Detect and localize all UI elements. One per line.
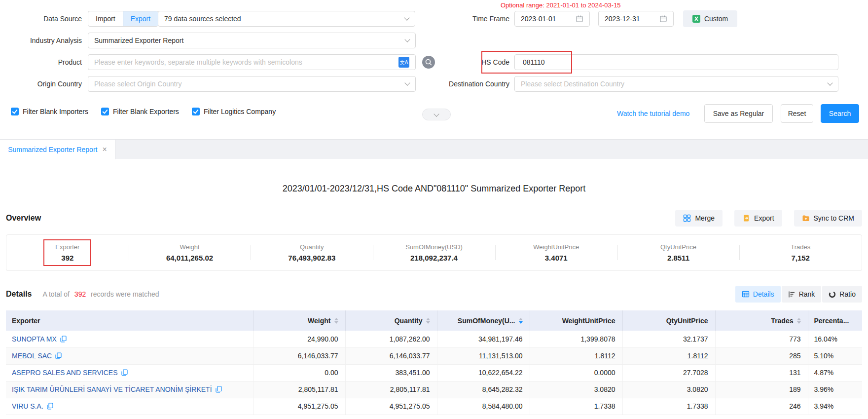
checkbox-checked-icon[interactable] [192, 108, 200, 115]
table-row: SUNOPTA MX24,990.001,087,262.0034,981,19… [6, 331, 862, 347]
table-cell: 4.87% [808, 364, 862, 381]
image-search-icon[interactable] [422, 56, 435, 69]
column-header[interactable]: SumOfMoney(U... [437, 310, 530, 331]
filter-checkbox[interactable]: Filter Blank Importers [11, 108, 88, 115]
hs-code-input[interactable] [523, 58, 832, 66]
checkbox-label: Filter Blank Importers [23, 108, 88, 115]
tab-summarized-exporter-report[interactable]: Summarized Exporter Report × [0, 140, 115, 159]
table-cell: IŞIK TARIM ÜRÜNLERİ SANAYİ VE TİCARET AN… [6, 381, 253, 398]
table-cell: 3.0820 [622, 381, 715, 398]
merge-icon [683, 214, 691, 222]
sync-to-crm-button[interactable]: Sync to CRM [794, 210, 862, 227]
column-header[interactable]: Quantity [345, 310, 437, 331]
copy-icon[interactable] [121, 369, 128, 376]
checkbox-label: Filter Logitics Company [204, 108, 276, 115]
start-date-field[interactable]: 2023-01-01 [514, 11, 590, 27]
close-icon[interactable]: × [102, 146, 107, 153]
custom-range-button[interactable]: Custom [683, 10, 737, 27]
tab-bar: Summarized Exporter Report × [0, 139, 868, 159]
destination-country-select[interactable]: Please select Destination Country [514, 76, 838, 92]
overview-bar: Overview Merge Export Sync to CRM [6, 210, 862, 227]
view-ratio-button[interactable]: Ratio [822, 286, 862, 303]
reset-button[interactable]: Reset [781, 104, 813, 123]
export-file-icon [742, 214, 750, 222]
table-row: MEBOL SAC6,146,033.776,146,033.7711,131,… [6, 347, 862, 364]
stat-item: WeightUnitPrice 3.4071 [495, 239, 617, 266]
save-as-regular-button[interactable]: Save as Regular [704, 104, 773, 123]
industry-analysis-select[interactable]: Summarized Exporter Report [88, 33, 416, 48]
sort-control[interactable] [426, 318, 430, 324]
exporter-link[interactable]: SUNOPTA MX [12, 335, 57, 343]
table-cell: 2,805,117.81 [253, 381, 345, 398]
optional-range-hint: Optional range: 2021-01-01 to 2024-03-15 [501, 1, 621, 9]
stat-value: 2.8511 [660, 254, 696, 262]
stat-value: 3.4071 [533, 254, 579, 262]
view-rank-button[interactable]: Rank [782, 286, 822, 303]
search-button[interactable]: Search [821, 104, 859, 123]
copy-icon[interactable] [60, 336, 67, 343]
tab-label: Summarized Exporter Report [8, 146, 97, 153]
trade-data-app: Optional range: 2021-01-01 to 2024-03-15… [0, 0, 868, 419]
exporter-link[interactable]: IŞIK TARIM ÜRÜNLERİ SANAYİ VE TİCARET AN… [12, 385, 212, 393]
table-cell: 10,622,654.22 [437, 364, 530, 381]
copy-icon[interactable] [47, 403, 53, 410]
merge-button[interactable]: Merge [675, 210, 723, 227]
stat-label: WeightUnitPrice [533, 243, 579, 251]
table-cell: 3.94% [808, 398, 862, 415]
calendar-icon[interactable] [576, 15, 583, 23]
overview-heading: Overview [6, 214, 41, 223]
hs-code-label: HS Code [443, 54, 509, 70]
table-cell: 773 [715, 331, 808, 347]
destination-country-label: Destination Country [440, 76, 509, 92]
column-header[interactable]: Weight [253, 310, 345, 331]
end-date-field[interactable]: 2023-12-31 [598, 11, 674, 27]
collapse-filters-button[interactable] [422, 109, 451, 120]
export-label: Export [754, 214, 774, 222]
table-cell: 246 [715, 398, 808, 415]
tutorial-link[interactable]: Watch the tutorial demo [617, 104, 689, 123]
table-cell: 189 [715, 381, 808, 398]
stat-value: 7,152 [791, 254, 810, 262]
calendar-icon[interactable] [659, 15, 667, 23]
origin-country-select[interactable]: Please select Origin Country [88, 76, 416, 92]
data-sources-select[interactable]: 79 data sources selected [158, 11, 415, 27]
stat-value: 392 [55, 254, 79, 262]
stat-item: Trades 7,152 [739, 239, 862, 266]
export-toggle[interactable]: Export [123, 11, 158, 26]
table-cell: 3.0820 [530, 381, 622, 398]
filter-checkbox[interactable]: Filter Logitics Company [192, 108, 276, 115]
sort-control[interactable] [334, 318, 338, 324]
export-button[interactable]: Export [734, 210, 782, 227]
stat-label: Trades [791, 243, 810, 251]
stat-value: 218,092,237.4 [405, 254, 463, 262]
column-header: QtyUnitPrice [622, 310, 715, 331]
product-input[interactable] [94, 58, 398, 66]
optional-range-value: 2021-01-01 to 2024-03-15 [546, 1, 621, 9]
checkbox-checked-icon[interactable] [11, 108, 19, 115]
copy-icon[interactable] [216, 386, 222, 393]
view-rank-label: Rank [799, 290, 815, 298]
sort-control[interactable] [797, 318, 801, 324]
import-toggle[interactable]: Import [88, 11, 123, 26]
product-field: 文A [88, 54, 416, 70]
checkbox-checked-icon[interactable] [101, 108, 109, 115]
exporter-link[interactable]: ASEPRO SALES AND SERVICES [12, 369, 118, 377]
translate-icon[interactable]: 文A [398, 57, 409, 68]
column-header[interactable]: Trades [715, 310, 808, 331]
details-table-wrap: ExporterWeightQuantitySumOfMoney(U...Wei… [6, 310, 862, 415]
table-header-row: ExporterWeightQuantitySumOfMoney(U...Wei… [6, 310, 862, 331]
exporter-link[interactable]: VIRU S.A. [12, 402, 43, 410]
details-bar: Details A total of 392 records were matc… [6, 286, 862, 303]
exporter-link[interactable]: MEBOL SAC [12, 352, 52, 360]
chevron-down-icon [404, 15, 409, 20]
stat-item: Exporter 392 [6, 239, 129, 266]
optional-range-label: Optional range: [501, 1, 544, 9]
sort-control[interactable] [519, 318, 523, 324]
table-cell: 0.0000 [530, 364, 622, 381]
table-cell: 32.1737 [622, 331, 715, 347]
view-details-label: Details [753, 290, 774, 298]
filter-checkbox[interactable]: Filter Blank Exporters [101, 108, 179, 115]
view-details-button[interactable]: Details [735, 286, 781, 303]
copy-icon[interactable] [55, 352, 62, 359]
chevron-down-icon [404, 37, 410, 42]
